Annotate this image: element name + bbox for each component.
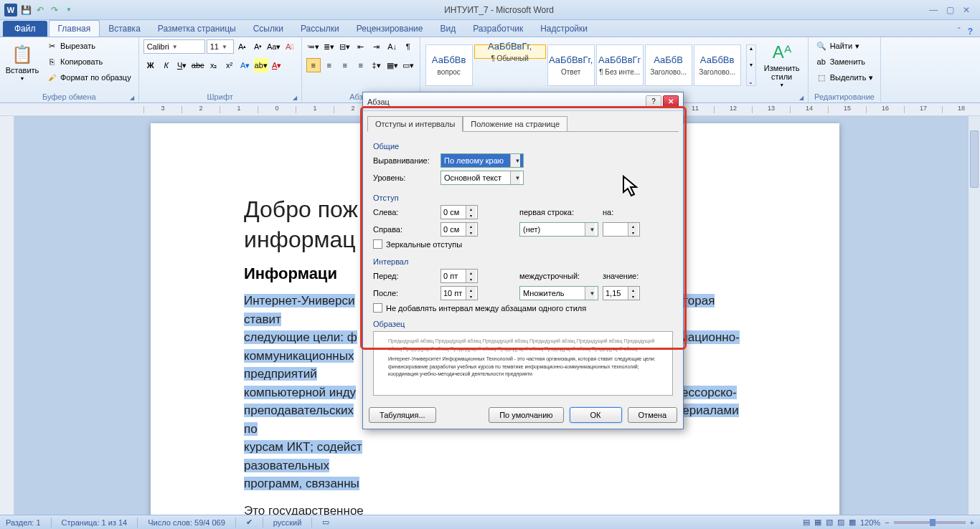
bullets-icon[interactable]: ≔▾ bbox=[306, 39, 321, 54]
multilevel-icon[interactable]: ⊟▾ bbox=[338, 39, 352, 54]
tab-indents[interactable]: Отступы и интервалы bbox=[367, 116, 463, 132]
bold-icon[interactable]: Ж bbox=[143, 58, 158, 72]
scrollbar-vertical[interactable] bbox=[968, 116, 980, 515]
mirror-checkbox[interactable]: Зеркальные отступы bbox=[373, 239, 673, 249]
maximize-icon[interactable]: ▢ bbox=[946, 5, 954, 15]
indent-dec-icon[interactable]: ⇤ bbox=[354, 39, 368, 54]
style-item[interactable]: АаБбВЗаголово... bbox=[645, 44, 692, 86]
tab-layout[interactable]: Разметка страницы bbox=[149, 21, 245, 37]
pilcrow-icon[interactable]: ¶ bbox=[401, 39, 415, 54]
align-right-icon[interactable]: ≡ bbox=[338, 58, 352, 72]
level-select[interactable]: Основной текст▼ bbox=[440, 171, 524, 185]
align-center-icon[interactable]: ≡ bbox=[322, 58, 336, 72]
status-page[interactable]: Страница: 1 из 14 bbox=[62, 518, 128, 527]
format-painter-button[interactable]: 🖌Формат по образцу bbox=[43, 70, 134, 85]
italic-icon[interactable]: К bbox=[159, 58, 174, 72]
status-words[interactable]: Число слов: 59/4 069 bbox=[148, 518, 225, 527]
view-web-icon[interactable]: ▧ bbox=[826, 518, 833, 527]
tab-view[interactable]: Вид bbox=[431, 21, 464, 37]
close-window-icon[interactable]: ✕ bbox=[963, 5, 970, 15]
zoom-value[interactable]: 120% bbox=[860, 518, 880, 527]
shrink-font-icon[interactable]: A▾ bbox=[251, 39, 265, 54]
linespacing-at-spinner[interactable]: ▴▾ bbox=[603, 286, 640, 300]
numbering-icon[interactable]: ≣▾ bbox=[322, 39, 336, 54]
sort-icon[interactable]: A↓ bbox=[385, 39, 400, 54]
zoom-out-icon[interactable]: − bbox=[885, 518, 889, 527]
dialog-close-icon[interactable]: ✕ bbox=[663, 95, 679, 108]
underline-icon[interactable]: Ч▾ bbox=[175, 58, 189, 72]
default-button[interactable]: По умолчанию bbox=[489, 407, 563, 423]
style-item[interactable]: АаБбВввопрос bbox=[425, 44, 473, 86]
ribbon-minimize-icon[interactable]: ˇ bbox=[958, 27, 961, 37]
status-section[interactable]: Раздел: 1 bbox=[6, 518, 41, 527]
highlight-icon[interactable]: ab▾ bbox=[254, 58, 268, 72]
style-item[interactable]: АаБбВвЗаголово... bbox=[694, 44, 741, 86]
font-size-combo[interactable]: 11▼ bbox=[207, 39, 234, 54]
tab-references[interactable]: Ссылки bbox=[245, 21, 292, 37]
status-insert-icon[interactable]: ▭ bbox=[322, 518, 329, 527]
file-tab[interactable]: Файл bbox=[3, 21, 47, 37]
ok-button[interactable]: ОК bbox=[570, 407, 622, 423]
help-icon[interactable]: ? bbox=[968, 27, 973, 37]
tab-home[interactable]: Главная bbox=[49, 20, 100, 37]
tab-insert[interactable]: Вставка bbox=[100, 21, 149, 37]
superscript-icon[interactable]: x² bbox=[222, 58, 237, 72]
zoom-slider[interactable] bbox=[894, 521, 966, 524]
styles-up-icon[interactable]: ▴ bbox=[747, 45, 755, 52]
space-after-spinner[interactable]: ▴▾ bbox=[440, 286, 478, 300]
save-icon[interactable]: 💾 bbox=[20, 4, 32, 16]
copy-button[interactable]: ⎘Копировать bbox=[43, 54, 134, 69]
tab-addins[interactable]: Надстройки bbox=[532, 21, 596, 37]
space-before-spinner[interactable]: ▴▾ bbox=[440, 269, 478, 283]
styles-down-icon[interactable]: ▾ bbox=[747, 62, 755, 68]
line-spacing-icon[interactable]: ‡▾ bbox=[369, 58, 384, 72]
find-button[interactable]: 🔍Найти ▾ bbox=[813, 39, 877, 53]
grow-font-icon[interactable]: A▴ bbox=[235, 39, 250, 54]
redo-icon[interactable]: ↷ bbox=[49, 4, 60, 16]
style-item[interactable]: АаБбВвГг,¶ Обычный bbox=[474, 44, 546, 59]
paste-button[interactable]: 📋 Вставить ▼ bbox=[4, 39, 40, 86]
styles-more-icon[interactable]: ⌄ bbox=[747, 79, 755, 85]
shading-icon[interactable]: ▦▾ bbox=[385, 58, 400, 72]
indent-left-spinner[interactable]: ▴▾ bbox=[440, 205, 478, 219]
tab-position[interactable]: Положение на странице bbox=[463, 116, 567, 132]
cut-button[interactable]: ✂Вырезать bbox=[43, 39, 134, 53]
borders-icon[interactable]: ▭▾ bbox=[401, 58, 415, 72]
view-print-icon[interactable]: ▤ bbox=[803, 518, 810, 527]
linespacing-select[interactable]: Множитель▼ bbox=[519, 286, 598, 300]
view-draft-icon[interactable]: ▩ bbox=[849, 518, 856, 527]
zoom-in-icon[interactable]: + bbox=[970, 518, 974, 527]
replace-button[interactable]: abЗаменить bbox=[813, 54, 877, 69]
cancel-button[interactable]: Отмена bbox=[628, 407, 677, 423]
indent-inc-icon[interactable]: ⇥ bbox=[369, 39, 384, 54]
alignment-select[interactable]: По левому краю▼ bbox=[440, 153, 524, 168]
firstline-select[interactable]: (нет)▼ bbox=[519, 222, 598, 237]
align-left-icon[interactable]: ≡ bbox=[306, 58, 321, 72]
subscript-icon[interactable]: x₂ bbox=[207, 58, 221, 72]
tab-developer[interactable]: Разработчик bbox=[464, 21, 532, 37]
dialog-help-icon[interactable]: ? bbox=[646, 95, 661, 108]
nospace-checkbox[interactable]: Не добавлять интервал между абзацами одн… bbox=[373, 303, 673, 313]
clear-format-icon[interactable]: Aͦ bbox=[283, 39, 297, 54]
strike-icon[interactable]: abc bbox=[191, 58, 205, 72]
dialog-launcher-icon[interactable]: ◢ bbox=[293, 95, 297, 101]
status-lang[interactable]: русский bbox=[273, 518, 301, 527]
qat-dropdown-icon[interactable]: ▼ bbox=[63, 4, 75, 16]
status-spellcheck-icon[interactable]: ✔ bbox=[246, 518, 253, 527]
undo-icon[interactable]: ↶ bbox=[34, 4, 46, 16]
font-name-combo[interactable]: Calibri▼ bbox=[143, 39, 205, 54]
tab-review[interactable]: Рецензирование bbox=[348, 21, 432, 37]
dialog-launcher-icon[interactable]: ◢ bbox=[130, 95, 134, 101]
text-effects-icon[interactable]: A▾ bbox=[238, 58, 253, 72]
view-read-icon[interactable]: ▦ bbox=[814, 518, 821, 527]
ruler-vertical[interactable] bbox=[0, 116, 14, 515]
dialog-launcher-icon[interactable]: ◢ bbox=[799, 95, 804, 101]
tab-mailings[interactable]: Рассылки bbox=[292, 21, 348, 37]
select-button[interactable]: ⬚Выделить ▾ bbox=[813, 70, 877, 85]
minimize-icon[interactable]: ― bbox=[929, 5, 938, 15]
view-outline-icon[interactable]: ▨ bbox=[837, 518, 844, 527]
style-item[interactable]: АаБбВвГг¶ Без инте... bbox=[596, 44, 644, 86]
align-justify-icon[interactable]: ≡ bbox=[354, 58, 368, 72]
style-item[interactable]: АаБбВвГг,Ответ bbox=[547, 44, 595, 86]
font-color-icon[interactable]: A▾ bbox=[270, 58, 284, 72]
